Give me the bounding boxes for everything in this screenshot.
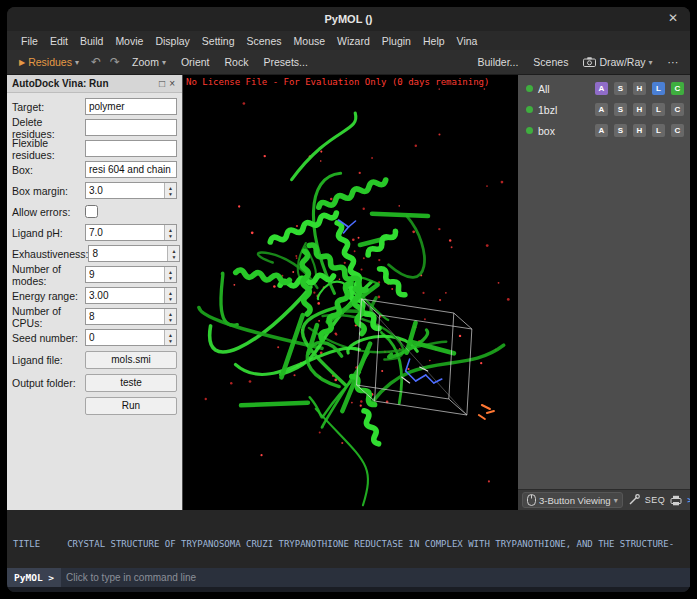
chevron-down-icon: ▾ (648, 58, 652, 67)
object-name[interactable]: box (538, 125, 589, 137)
menu-help[interactable]: Help (417, 35, 451, 47)
show-button[interactable]: S (614, 124, 627, 137)
ligand-file-label: Ligand file: (12, 354, 85, 366)
terminal-icon[interactable]: >_ (687, 495, 690, 505)
rock-button[interactable]: Rock (219, 54, 255, 70)
number-of-modes-label: Number of modes: (12, 263, 85, 287)
ligand-ph-label: Ligand pH: (12, 227, 85, 239)
object-row-all[interactable]: All A S H L C (518, 78, 690, 99)
hide-button[interactable]: H (633, 82, 646, 95)
number-of-modes-spinner[interactable]: ▲▼ (85, 266, 177, 283)
object-row-1bzl[interactable]: 1bzl A S H L C (518, 99, 690, 120)
menu-bar: File Edit Build Movie Display Setting Sc… (7, 31, 690, 50)
hide-button[interactable]: H (633, 103, 646, 116)
menu-wizard[interactable]: Wizard (331, 35, 376, 47)
mouse-mode-label: 3-Button Viewing (539, 495, 611, 506)
object-name[interactable]: 1bzl (538, 104, 589, 116)
close-panel-icon[interactable]: × (167, 78, 177, 89)
mouse-mode-button[interactable]: 3-Button Viewing ▾ (522, 492, 623, 508)
ligand-file-row: Ligand file: mols.smi (7, 348, 182, 371)
show-button[interactable]: S (614, 82, 627, 95)
field-row-energy-range: Energy range: ▲▼ (7, 285, 182, 306)
spinner-arrows-icon[interactable]: ▲▼ (164, 309, 176, 324)
presets-button[interactable]: Presets... (257, 54, 313, 70)
object-name[interactable]: All (538, 83, 589, 95)
menu-display[interactable]: Display (149, 35, 195, 47)
field-row-exhaustiveness: Exhaustiveness: ▲▼ (7, 243, 182, 264)
show-button[interactable]: S (614, 103, 627, 116)
label-button[interactable]: L (652, 103, 665, 116)
action-button[interactable]: A (595, 124, 608, 137)
ligand-ph-spinner[interactable]: ▲▼ (85, 224, 177, 241)
box-input[interactable] (85, 161, 177, 178)
scenes-button[interactable]: Scenes (527, 54, 574, 70)
number-of-cpus-spinner[interactable]: ▲▼ (85, 308, 177, 325)
print-icon[interactable] (670, 495, 682, 506)
object-row-box[interactable]: box A S H L C (518, 120, 690, 141)
tools-icon[interactable] (628, 494, 640, 506)
run-button[interactable]: Run (85, 397, 177, 415)
spinner-arrows-icon[interactable]: ▲▼ (167, 246, 179, 261)
menu-scenes[interactable]: Scenes (241, 35, 288, 47)
object-enabled-dot-icon (526, 106, 533, 113)
hide-button[interactable]: H (633, 124, 646, 137)
delete-residues-input[interactable] (85, 119, 177, 136)
spinner-arrows-icon[interactable]: ▲▼ (164, 225, 176, 240)
allow-errors-checkbox[interactable] (85, 205, 98, 218)
undo-icon[interactable]: ↶ (88, 55, 104, 69)
output-folder-button[interactable]: teste (85, 374, 177, 392)
run-row: Run (7, 394, 182, 417)
close-icon[interactable]: ✕ (668, 11, 678, 25)
spinner-arrows-icon[interactable]: ▲▼ (164, 267, 176, 282)
residues-selector[interactable]: ▶ Residues ▾ (13, 54, 85, 70)
pymol-window: PyMOL () ✕ File Edit Build Movie Display… (7, 7, 690, 592)
label-button[interactable]: L (652, 124, 665, 137)
menu-mouse[interactable]: Mouse (288, 35, 332, 47)
zoom-label: Zoom (132, 56, 159, 68)
box-margin-spinner[interactable]: ▲▼ (85, 182, 177, 199)
more-menu-button[interactable]: ⋯ (662, 54, 685, 70)
mouse-icon (527, 494, 536, 506)
console-line: TITLE CRYSTAL STRUCTURE OF TRYPANOSOMA C… (13, 538, 684, 550)
command-input[interactable] (61, 568, 690, 587)
menu-edit[interactable]: Edit (44, 35, 74, 47)
float-panel-icon[interactable]: □ (157, 78, 167, 89)
spinner-arrows-icon[interactable]: ▲▼ (164, 183, 176, 198)
spinner-arrows-icon[interactable]: ▲▼ (164, 330, 176, 345)
main-area: AutoDock Vina: Run □ × Target: Delete re… (7, 75, 690, 510)
menu-file[interactable]: File (15, 35, 44, 47)
molecular-viewport[interactable]: No License File - For Evaluation Only (0… (183, 75, 518, 510)
menu-build[interactable]: Build (74, 35, 109, 47)
spinner-arrows-icon[interactable]: ▲▼ (164, 288, 176, 303)
color-button[interactable]: C (671, 82, 684, 95)
label-button[interactable]: L (652, 82, 665, 95)
license-warning-text: No License File - For Evaluation Only (0… (186, 77, 489, 87)
ligand-file-button[interactable]: mols.smi (85, 351, 177, 369)
color-button[interactable]: C (671, 103, 684, 116)
zoom-button[interactable]: Zoom ▾ (126, 54, 172, 70)
field-row-delete-residues: Delete residues: (7, 117, 182, 138)
menu-setting[interactable]: Setting (196, 35, 241, 47)
exhaustiveness-spinner[interactable]: ▲▼ (88, 245, 180, 262)
menu-vina[interactable]: Vina (451, 35, 484, 47)
menu-plugin[interactable]: Plugin (376, 35, 417, 47)
seq-toggle[interactable]: SEQ (645, 495, 666, 505)
chevron-down-icon: ▾ (614, 496, 618, 505)
orient-button[interactable]: Orient (175, 54, 216, 70)
draw-ray-button[interactable]: Draw/Ray ▾ (577, 54, 658, 70)
menu-movie[interactable]: Movie (109, 35, 149, 47)
redo-icon[interactable]: ↷ (107, 55, 123, 69)
energy-range-spinner[interactable]: ▲▼ (85, 287, 177, 304)
chevron-down-icon: ▾ (162, 58, 166, 67)
builder-button[interactable]: Builder... (472, 54, 525, 70)
vina-panel-title: AutoDock Vina: Run (12, 78, 157, 89)
object-enabled-dot-icon (526, 85, 533, 92)
action-button[interactable]: A (595, 82, 608, 95)
flexible-residues-input[interactable] (85, 140, 177, 157)
color-button[interactable]: C (671, 124, 684, 137)
prompt-label: PyMOL > (14, 572, 54, 583)
action-button[interactable]: A (595, 103, 608, 116)
target-input[interactable] (85, 98, 177, 115)
seed-number-spinner[interactable]: ▲▼ (85, 329, 177, 346)
autodock-vina-panel: AutoDock Vina: Run □ × Target: Delete re… (7, 75, 183, 510)
